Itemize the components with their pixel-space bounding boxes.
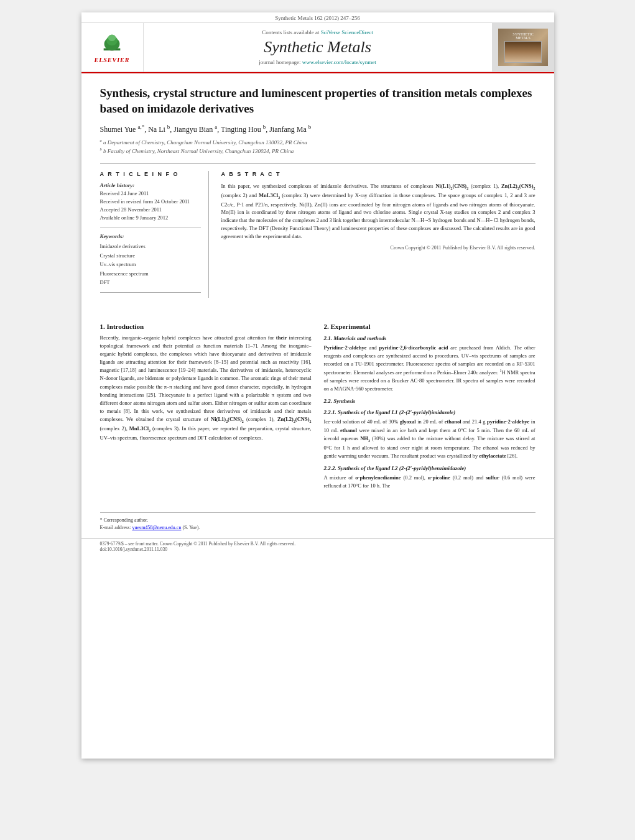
online-date: Available online 9 January 2012	[100, 214, 201, 222]
keywords-label: Keywords:	[100, 233, 201, 239]
intro-heading: 1. Introduction	[100, 323, 312, 330]
article-info-label: A R T I C L E I N F O	[100, 171, 201, 177]
body-content: 1. Introduction Recently, inorganic–orga…	[81, 310, 554, 507]
footnote-area: * Corresponding author. E-mail address: …	[100, 512, 535, 532]
abstract-text: In this paper, we synthesized complexes …	[221, 182, 535, 240]
homepage-line: journal homepage: www.elsevier.com/locat…	[259, 59, 376, 65]
synthesis-l1-text: Ice-cold solution of 40 mL of 30% glyoxa…	[324, 418, 535, 460]
article-content: Synthesis, crystal structure and lumines…	[81, 73, 554, 310]
journal-name: Synthetic Metals	[264, 38, 371, 57]
keyword-5: DFT	[100, 278, 201, 287]
top-citation: Synthetic Metals 162 (2012) 247–256	[275, 15, 360, 21]
top-citation-bar: Synthetic Metals 162 (2012) 247–256	[81, 12, 554, 23]
divider2	[100, 292, 201, 293]
elsevier-label: ELSEVIER	[95, 57, 130, 63]
keywords-section: Keywords: Imidazole derivatives Crystal …	[100, 233, 201, 287]
divider	[100, 228, 201, 228]
synthesis-l1-heading: 2.2.1. Synthesis of the ligand L1 (2-(2′…	[324, 409, 535, 415]
affiliation-b: b b Faculty of Chemistry, Northeast Norm…	[100, 147, 535, 154]
body-two-col: 1. Introduction Recently, inorganic–orga…	[100, 316, 535, 494]
accepted-date: Accepted 28 November 2011	[100, 206, 201, 214]
abstract-column: A B S T R A C T In this paper, we synthe…	[221, 171, 535, 297]
keyword-3: Uv–vis spectrum	[100, 260, 201, 269]
journal-center: Contents lists available at SciVerse Sci…	[144, 23, 492, 72]
affiliation-a: a a Department of Chemistry, Changchun N…	[100, 138, 535, 145]
synthesis-l2-heading: 2.2.2. Synthesis of the ligand L2 (2-(2′…	[324, 465, 535, 471]
cover-box: SYNTHETICMETALS	[498, 29, 548, 66]
history-group: Article history: Received 24 June 2011 R…	[100, 182, 201, 221]
article-title: Synthesis, crystal structure and lumines…	[100, 86, 535, 116]
homepage-link[interactable]: www.elsevier.com/locate/synmet	[302, 59, 376, 65]
revised-date: Received in revised form 24 October 2011	[100, 198, 201, 206]
corresponding-author: * Corresponding author.	[100, 517, 535, 524]
bottom-bar: 0379-6779/$ – see front matter. Crown Co…	[81, 538, 554, 555]
body-left-col: 1. Introduction Recently, inorganic–orga…	[100, 316, 312, 494]
authors-line: Shumei Yue a,*, Na Li b, Jiangyu Bian a,…	[100, 124, 535, 134]
history-label: Article history:	[100, 182, 201, 188]
contents-availability: Contents lists available at SciVerse Sci…	[262, 29, 373, 35]
elsevier-logo: ELSEVIER	[81, 23, 144, 72]
email-link[interactable]: yuesm458@nenu.edu.cn	[132, 525, 181, 530]
abstract-label: A B S T R A C T	[221, 171, 535, 177]
keyword-1: Imidazole derivatives	[100, 242, 201, 251]
keyword-4: Fluorescence spectrum	[100, 269, 201, 278]
journal-cover-image: SYNTHETICMETALS	[492, 23, 554, 72]
materials-methods-text: Pyridine-2-aldehye and pyridine-2,6-dica…	[324, 344, 535, 394]
body-right-col: 2. Experimental 2.1. Materials and metho…	[324, 316, 535, 494]
journal-title-row: ELSEVIER Contents lists available at Sci…	[81, 23, 554, 72]
synthesis-l2-text: A mixture of o-phenylenediamine (0.2 mol…	[324, 474, 535, 490]
sciverse-link[interactable]: SciVerse ScienceDirect	[321, 29, 373, 35]
journal-header: Synthetic Metals 162 (2012) 247–256 ELSE…	[81, 12, 554, 73]
email-footnote: E-mail address: yuesm458@nenu.edu.cn (S.…	[100, 524, 535, 532]
elsevier-tree-icon	[96, 32, 127, 57]
doi-line: doi:10.1016/j.synthmet.2011.11.030	[100, 547, 535, 552]
article-page: Synthetic Metals 162 (2012) 247–256 ELSE…	[81, 12, 554, 759]
materials-methods-heading: 2.1. Materials and methods	[324, 335, 535, 341]
copyright-line: Crown Copyright © 2011 Published by Else…	[221, 245, 535, 251]
article-info-column: A R T I C L E I N F O Article history: R…	[100, 171, 209, 297]
intro-text: Recently, inorganic–organic hybrid compl…	[100, 334, 312, 443]
issn-line: 0379-6779/$ – see front matter. Crown Co…	[100, 541, 535, 547]
experimental-heading: 2. Experimental	[324, 323, 535, 330]
affiliations: a a Department of Chemistry, Changchun N…	[100, 138, 535, 154]
info-abstract-section: A R T I C L E I N F O Article history: R…	[100, 163, 535, 297]
svg-point-4	[108, 34, 116, 41]
keyword-2: Crystal structure	[100, 251, 201, 260]
received-date: Received 24 June 2011	[100, 190, 201, 198]
synthesis-heading: 2.2. Synthesis	[324, 398, 535, 404]
